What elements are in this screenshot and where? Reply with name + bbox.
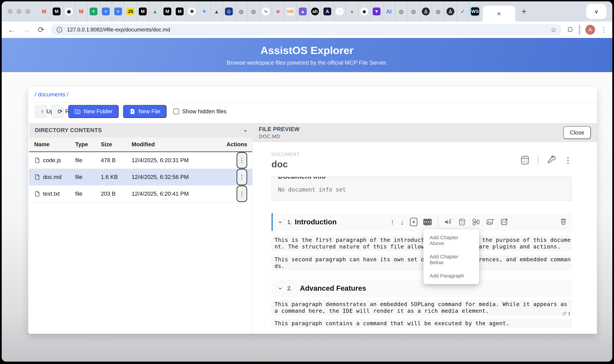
pinned-tab[interactable]: ◍ [395,1,407,22]
site-info-icon[interactable] [56,26,63,33]
pinned-tab[interactable]: ♙ [419,1,432,22]
embed-split-icon[interactable] [472,218,480,226]
tab-search-button[interactable]: ∨ [586,4,606,19]
pinned-tab[interactable]: ◔ [333,1,346,22]
pinned-tab[interactable]: A [321,1,333,22]
pinned-tab[interactable]: M [50,1,63,22]
pinned-tab[interactable]: ♙ [444,1,457,22]
file-name-cell[interactable]: text.txt [34,191,75,197]
pinned-tab[interactable]: ✓ [457,1,469,22]
menu-item-add-chapter-above[interactable]: Add Chapter Above [423,231,479,250]
bookmark-star-icon[interactable]: ☆ [550,26,557,34]
show-hidden-checkbox[interactable] [173,108,179,114]
chapter-1-header[interactable]: 1. Introduction ↑ ↓ + [272,213,572,231]
pinned-tab[interactable]: ∗ [272,1,284,22]
pinned-tab[interactable]: M [136,1,149,22]
pinned-tab[interactable]: ✻ [186,1,198,22]
pinned-tab[interactable]: M [38,1,50,22]
menu-item-add-chapter-below[interactable]: Add Chapter Below [423,250,479,269]
table-row[interactable]: code.js file 478 B 12/4/2025, 6:20:31 PM… [29,152,252,169]
pinned-tab[interactable]: JS [124,1,136,22]
chapter-2-header[interactable]: 2. Advanced Features [272,279,572,297]
close-preview-button[interactable]: Close [563,126,591,139]
pinned-tab[interactable]: M [161,1,173,22]
add-plus-icon[interactable]: + [410,218,418,226]
chevron-down-icon[interactable] [277,286,283,291]
pinned-tab[interactable]: M [75,1,87,22]
pinned-tab[interactable]: M [173,1,186,22]
new-folder-button[interactable]: New Folder [68,105,119,118]
pinned-tab[interactable]: ∿ [260,1,272,22]
paragraph[interactable]: This second paragraph can have its own s… [272,255,572,271]
row-actions-button[interactable]: ⋮ [236,152,247,169]
delete-trash-icon[interactable] [560,218,567,226]
breadcrumb[interactable]: / documents / [35,91,68,98]
pinned-tab[interactable]: ◍ [247,1,260,22]
pinned-tab[interactable]: ◈ [358,1,370,22]
file-name-cell[interactable]: doc.md [34,174,75,180]
collapse-panel-button[interactable]: - [244,127,247,134]
paragraph[interactable]: This is the first paragraph of the intro… [272,236,572,251]
pinned-tab[interactable]: ≡ [100,1,112,22]
refresh-button[interactable]: ⟳ Refresh [52,105,64,118]
window-controls[interactable] [8,9,30,14]
kebab-menu-icon[interactable]: ⋮ [564,156,572,165]
table-row[interactable]: doc.md file 1.6 KB 12/4/2025, 6:32:56 PM… [29,169,252,186]
pinned-tab[interactable]: ● [346,1,358,22]
active-tab[interactable]: × [483,6,515,22]
audio-icon[interactable] [444,218,452,226]
chapter-title[interactable]: Introduction [295,218,337,226]
extensions-puzzle-icon[interactable] [567,26,574,33]
close-tab-icon[interactable]: × [497,10,501,18]
pinned-tab[interactable]: ▼ [370,1,382,22]
pinned-tab[interactable]: ◍ [407,1,419,22]
up-button[interactable]: ↑ Up [35,105,47,118]
paragraph[interactable]: This paragraph contains a command that w… [272,319,572,328]
chapter-title[interactable]: Advanced Features [300,284,366,292]
image-add-icon[interactable] [486,218,494,226]
paragraph[interactable]: This paragraph demonstrates an embedded … [272,300,572,315]
pinned-tab[interactable]: ◇ [222,1,235,22]
pinned-tab[interactable]: HS [284,1,296,22]
pinned-tab[interactable]: ✦ [198,1,210,22]
pinned-tab[interactable]: ▲ [149,1,161,22]
pinned-tab[interactable]: ▲ [296,1,309,22]
document-scroll-area[interactable]: Document Info No document info set 1. In… [272,177,572,330]
table-row[interactable]: text.txt file 203 B 12/4/2025, 6:20:41 P… [29,186,252,202]
pinned-tab[interactable]: ah [309,1,321,22]
address-bar[interactable]: 127.0.0.1:8082/#file-exp/documents/doc.m… [51,24,562,35]
row-actions-button[interactable]: ⋮ [236,169,247,185]
pinned-tab[interactable]: ▴ [210,1,222,22]
pinned-tab[interactable]: ◍ [235,1,247,22]
profile-avatar[interactable]: A [585,25,595,35]
pinned-tab[interactable]: ◉ [63,1,75,22]
video-add-icon[interactable] [500,218,508,226]
zoom-window-button[interactable] [25,9,30,14]
row-actions-button[interactable]: ⋮ [236,186,247,202]
pinned-tab[interactable]: ◍ [432,1,444,22]
move-up-icon[interactable]: ↑ [391,218,394,226]
pinned-tab[interactable]: WS [469,1,481,22]
pinned-tab[interactable]: AI [382,1,395,22]
comments-icon[interactable] [423,219,432,225]
file-name-cell[interactable]: code.js [34,157,75,164]
move-down-icon[interactable]: ↓ [400,218,404,226]
new-file-button[interactable]: New File [123,105,167,118]
variables-window-icon[interactable]: (x) [520,155,530,165]
attachment-badge[interactable]: 1 [561,311,571,317]
chevron-down-icon[interactable] [277,219,283,225]
wrench-icon[interactable] [546,155,557,165]
pinned-tab[interactable]: + [87,1,100,22]
forward-button[interactable]: → [22,25,31,34]
reload-button[interactable]: ⟳ [36,25,46,34]
browser-menu-icon[interactable]: ⋮ [600,26,607,34]
minimize-window-button[interactable] [16,9,22,14]
new-tab-button[interactable]: + [521,6,526,17]
back-button[interactable]: ← [7,25,16,34]
menu-item-add-paragraph[interactable]: Add Paragraph [423,269,479,283]
variables-window-icon[interactable]: (x) [458,218,466,226]
document-title[interactable]: doc [272,159,300,169]
pinned-tab[interactable]: ≡ [112,1,124,22]
close-window-button[interactable] [8,9,13,14]
url-text[interactable]: 127.0.0.1:8082/#file-exp/documents/doc.m… [67,27,546,33]
